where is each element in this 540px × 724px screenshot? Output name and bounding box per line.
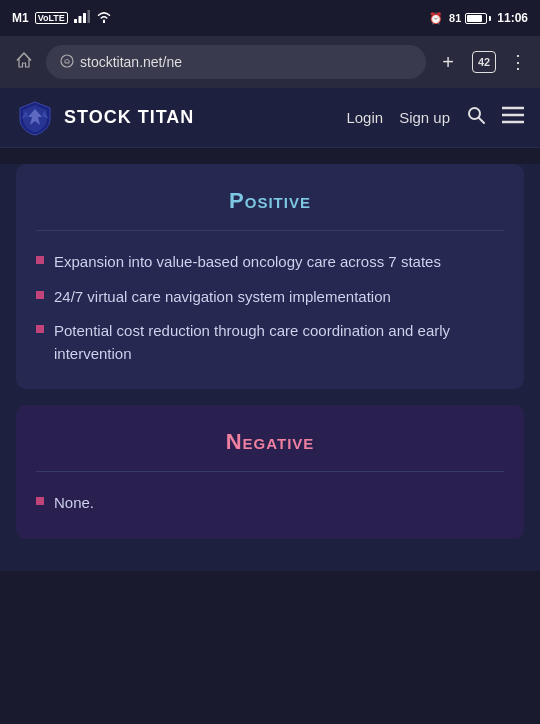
negative-bullet-list: None. [36, 492, 504, 515]
logo-container: STOCK TITAN [16, 99, 346, 137]
browser-bar: stocktitan.net/ne + 42 ⋮ [0, 36, 540, 88]
bullet-icon [36, 497, 44, 505]
positive-item-2: 24/7 virtual care navigation system impl… [54, 286, 391, 309]
nav-bar: STOCK TITAN Login Sign up [0, 88, 540, 148]
positive-card: Positive Expansion into value-based onco… [16, 164, 524, 389]
positive-title: Positive [36, 188, 504, 214]
login-link[interactable]: Login [346, 109, 383, 126]
positive-item-1: Expansion into value-based oncology care… [54, 251, 441, 274]
tabs-count[interactable]: 42 [472, 51, 496, 73]
volte-badge: VoLTE [35, 12, 68, 24]
svg-line-6 [479, 118, 484, 123]
alarm-icon: ⏰ [429, 12, 443, 25]
svg-rect-3 [87, 10, 90, 23]
list-item: None. [36, 492, 504, 515]
negative-card: Negative None. [16, 405, 524, 539]
hamburger-menu-button[interactable] [502, 106, 524, 129]
browser-menu-button[interactable]: ⋮ [506, 51, 530, 73]
positive-divider [36, 230, 504, 231]
list-item: 24/7 virtual care navigation system impl… [36, 286, 504, 321]
battery-icon: 81 [449, 12, 491, 24]
search-button[interactable] [466, 105, 486, 130]
list-item: Potential cost reduction through care co… [36, 320, 504, 365]
status-left: M1 VoLTE [12, 10, 112, 26]
logo-text: STOCK TITAN [64, 107, 194, 128]
svg-rect-0 [74, 19, 77, 23]
bullet-icon [36, 291, 44, 299]
add-tab-button[interactable]: + [434, 51, 462, 74]
svg-rect-2 [83, 13, 86, 23]
negative-divider [36, 471, 504, 472]
home-button[interactable] [10, 50, 38, 75]
signup-link[interactable]: Sign up [399, 109, 450, 126]
list-item: Expansion into value-based oncology care… [36, 251, 504, 286]
url-bar[interactable]: stocktitan.net/ne [46, 45, 426, 79]
main-content: Positive Expansion into value-based onco… [0, 164, 540, 571]
status-right: ⏰ 81 11:06 [429, 11, 528, 25]
time-display: 11:06 [497, 11, 528, 25]
battery-pct: 81 [449, 12, 461, 24]
carrier-text: M1 [12, 11, 29, 25]
bullet-icon [36, 256, 44, 264]
svg-point-4 [61, 55, 73, 67]
negative-item-1: None. [54, 492, 94, 515]
negative-title: Negative [36, 429, 504, 455]
bullet-icon [36, 325, 44, 333]
nav-links: Login Sign up [346, 105, 524, 130]
browser-actions: + 42 ⋮ [434, 51, 530, 74]
svg-rect-1 [78, 16, 81, 23]
url-text: stocktitan.net/ne [80, 54, 412, 70]
status-bar: M1 VoLTE ⏰ 81 11:06 [0, 0, 540, 36]
logo-shield-icon [16, 99, 54, 137]
url-security-icon [60, 54, 74, 71]
positive-item-3: Potential cost reduction through care co… [54, 320, 504, 365]
signal-icon [74, 10, 90, 26]
wifi-icon [96, 10, 112, 26]
positive-bullet-list: Expansion into value-based oncology care… [36, 251, 504, 365]
